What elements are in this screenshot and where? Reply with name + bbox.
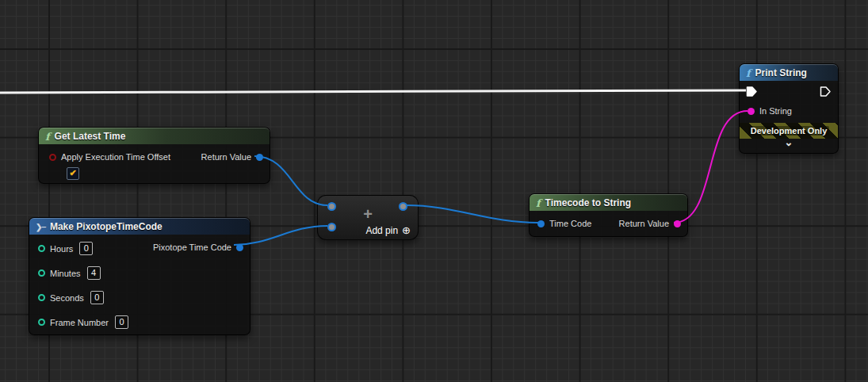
blueprint-graph-canvas[interactable]: f Get Latest Time Apply Execution Time O… <box>0 0 868 382</box>
string-input-pin[interactable] <box>748 108 755 115</box>
int-value-field[interactable]: 4 <box>87 266 101 280</box>
pin-row-frame-number: Frame Number 0 <box>38 310 128 334</box>
int-input-pin[interactable] <box>38 269 45 277</box>
node-get-latest-time[interactable]: f Get Latest Time Apply Execution Time O… <box>38 127 270 184</box>
int-value-field[interactable]: 0 <box>79 242 93 255</box>
node-print-string[interactable]: f Print String In String Development Onl… <box>739 63 839 154</box>
node-make-pixotope-timecode[interactable]: ❯‒ Make PixotopeTimeCode Hours 0 Minutes… <box>29 217 250 335</box>
node-title: Timecode to String <box>545 197 631 208</box>
string-output-pin[interactable] <box>674 220 681 227</box>
pin-row-minutes: Minutes 4 <box>38 261 128 285</box>
pin-label: Apply Execution Time Offset <box>56 152 175 162</box>
wildcard-input-pin[interactable] <box>327 223 336 231</box>
function-icon: f <box>746 68 751 78</box>
pin-label: Pixotope Time Code <box>148 243 236 252</box>
pin-row-seconds: Seconds 0 <box>38 285 128 310</box>
plus-operator-icon: + <box>318 206 418 222</box>
exec-output-pin[interactable] <box>820 86 832 97</box>
int-input-pin[interactable] <box>38 245 45 252</box>
bool-input-pin[interactable] <box>49 154 56 161</box>
make-struct-icon: ❯‒ <box>36 223 45 231</box>
pin-label: Return Value <box>197 152 256 162</box>
pin-label: Frame Number <box>45 318 113 327</box>
node-title: Print String <box>755 67 807 78</box>
function-icon: f <box>536 198 541 208</box>
struct-input-pin[interactable] <box>537 220 545 227</box>
pin-row-hours: Hours 0 <box>38 236 128 261</box>
function-icon: f <box>45 132 50 142</box>
add-pin-circle-icon: ⊕ <box>402 224 411 236</box>
pin-label: In String <box>755 106 797 116</box>
pin-label: Return Value <box>614 219 674 228</box>
node-header[interactable]: f Get Latest Time <box>39 128 270 144</box>
struct-output-pin[interactable] <box>236 244 243 251</box>
int-input-pin[interactable] <box>38 319 45 326</box>
int-input-pin[interactable] <box>38 294 45 301</box>
wire-add-to-timecodetostring <box>406 205 538 223</box>
node-header[interactable]: ❯‒ Make PixotopeTimeCode <box>29 218 250 235</box>
pin-label: Time Code <box>545 219 596 228</box>
node-title: Get Latest Time <box>55 131 126 142</box>
node-title: Make PixotopeTimeCode <box>50 221 163 232</box>
bool-default-checkbox[interactable]: ✔ <box>67 167 79 180</box>
pin-label: Seconds <box>45 293 89 303</box>
int-value-field[interactable]: 0 <box>90 291 104 304</box>
expand-advanced-chevron[interactable]: ⌄ <box>740 139 838 151</box>
output-pin-row: Pixotope Time Code <box>148 236 243 258</box>
exec-input-pin[interactable] <box>746 86 758 97</box>
node-timecode-to-string[interactable]: f Timecode to String Time Code Return Va… <box>529 193 688 237</box>
add-pin-label: Add pin <box>365 225 398 236</box>
banner-label: Development Only <box>748 126 830 136</box>
input-pins-column: Hours 0 Minutes 4 Seconds 0 Frame Number… <box>38 236 128 334</box>
node-add-operator[interactable]: + Add pin ⊕ <box>317 195 419 240</box>
struct-output-pin[interactable] <box>256 154 263 161</box>
int-value-field[interactable]: 0 <box>115 315 128 329</box>
add-pin-button[interactable]: Add pin ⊕ <box>365 224 411 236</box>
pin-label: Minutes <box>45 269 86 278</box>
node-header[interactable]: f Print String <box>740 64 838 81</box>
development-only-banner: Development Only <box>740 123 838 139</box>
pin-label: Hours <box>45 244 78 254</box>
node-header[interactable]: f Timecode to String <box>530 194 687 211</box>
exec-wire <box>0 90 746 93</box>
